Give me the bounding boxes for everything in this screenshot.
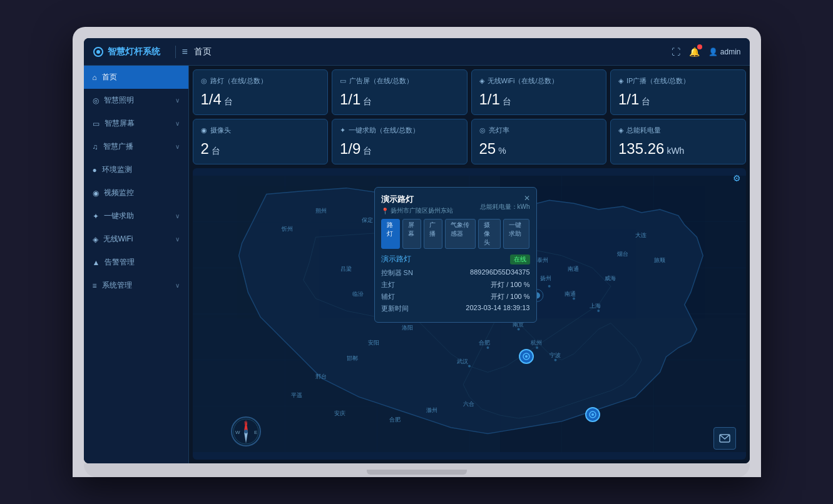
svg-text:合肥: 合肥 — [478, 340, 489, 346]
content-area: ◎ 路灯（在线/总数） 1/4 台 ▭ 广告屏（在线/总数） — [189, 66, 750, 463]
user-icon: 👤 — [708, 48, 718, 56]
sidebar-item-home[interactable]: ⌂ 首页 — [84, 66, 188, 89]
svg-text:邢台: 邢台 — [315, 373, 327, 380]
stat-value-brightness: 25 % — [479, 140, 599, 158]
popup-tab-screen[interactable]: 屏幕 — [402, 219, 421, 249]
sidebar-label-broadcast: 智慧广播 — [103, 141, 133, 152]
svg-text:泰州: 泰州 — [537, 257, 548, 263]
stat-value-sos: 1/9 台 — [340, 140, 459, 158]
page-title: 首页 — [194, 46, 212, 58]
popup-field-sn: 控制器 SN 889296D55D34375 — [381, 268, 530, 278]
popup-close-button[interactable]: ✕ — [480, 194, 530, 203]
sidebar-item-wifi[interactable]: ◈ 无线WiFi ∨ — [84, 228, 188, 251]
svg-text:保定: 保定 — [362, 217, 373, 223]
stat-title-ad-screen: ▭ 广告屏（在线/总数） — [340, 76, 459, 86]
svg-text:忻州: 忻州 — [281, 226, 293, 232]
popup-value-update-time: 2023-03-14 18:39:13 — [466, 304, 529, 313]
popup-location: 📍 扬州市广陵区扬州东站 — [381, 206, 453, 215]
stat-title-sos: ✦ 一键求助（在线/总数） — [340, 126, 459, 135]
stat-title-energy: ◈ 总能耗电量 — [618, 126, 738, 135]
video-icon: ◉ — [93, 189, 99, 198]
stats-row-2: ◉ 摄像头 2 台 ✦ 一键求助（在线/总数） — [189, 119, 750, 168]
notification-button[interactable]: 🔔 — [689, 47, 700, 57]
popup-tab-sos[interactable]: 一键求助 — [503, 219, 529, 249]
popup-value-sn: 889296D55D34375 — [470, 268, 529, 278]
map-settings-button[interactable]: ⚙ — [733, 173, 741, 183]
stat-card-ad-screen: ▭ 广告屏（在线/总数） 1/1 台 — [332, 69, 468, 115]
svg-point-1 — [96, 50, 100, 54]
sidebar: ⌂ 首页 ◎ 智慧照明 ∨ ▭ 智慧屏幕 ∨ — [84, 66, 189, 463]
popup-field-aux-light: 辅灯 开灯 / 100 % — [381, 292, 530, 301]
sidebar-label-env: 环境监测 — [102, 164, 132, 175]
chevron-lighting: ∨ — [175, 97, 180, 104]
popup-energy-label: 总能耗电量：kWh — [480, 203, 530, 211]
popup-tab-sensor[interactable]: 气象传感器 — [445, 219, 476, 249]
svg-text:上海: 上海 — [589, 303, 600, 309]
popup-device-row: 演示路灯 在线 — [381, 254, 530, 265]
lighting-icon: ◎ — [93, 96, 99, 105]
sidebar-label-wifi: 无线WiFi — [103, 234, 133, 244]
sidebar-item-alert[interactable]: ▲ 告警管理 — [84, 251, 188, 274]
map-pin-1[interactable] — [519, 349, 534, 364]
popup-tab-broadcast[interactable]: 广播 — [424, 219, 442, 249]
user-menu[interactable]: 👤 admin — [708, 48, 741, 56]
pin-icon-2 — [588, 410, 597, 419]
popup-tab-camera[interactable]: 摄像头 — [478, 219, 501, 249]
popup-header: 演示路灯 📍 扬州市广陵区扬州东站 ✕ 总能耗电量：kWh — [381, 194, 530, 215]
road-light-icon: ◎ — [201, 77, 207, 85]
sidebar-item-broadcast[interactable]: ♫ 智慧广播 ∨ — [84, 135, 188, 158]
notification-badge — [697, 44, 702, 49]
stat-card-road-light: ◎ 路灯（在线/总数） 1/4 台 — [193, 69, 329, 115]
popup-tab-road-light[interactable]: 路灯 — [381, 219, 400, 249]
svg-text:朔州: 朔州 — [315, 208, 327, 214]
svg-text:滁州: 滁州 — [426, 407, 437, 413]
system-icon: ≡ — [93, 281, 97, 290]
map-background: 石家庄 济南 青岛 郑州 徐州 连云港 盐城 淮安 扬州 南通 上海 — [193, 168, 746, 460]
stats-row-1: ◎ 路灯（在线/总数） 1/4 台 ▭ 广告屏（在线/总数） — [189, 66, 750, 119]
menu-toggle-icon[interactable]: ≡ — [182, 46, 188, 58]
chevron-screen: ∨ — [175, 120, 180, 127]
svg-text:宁波: 宁波 — [549, 352, 560, 358]
brightness-icon: ◎ — [479, 126, 486, 134]
sidebar-item-sos[interactable]: ✦ 一键求助 ∨ — [84, 204, 188, 228]
sidebar-item-lighting[interactable]: ◎ 智慧照明 ∨ — [84, 89, 188, 112]
stat-title-camera: ◉ 摄像头 — [201, 126, 320, 135]
sidebar-item-screen[interactable]: ▭ 智慧屏幕 ∨ — [84, 112, 188, 135]
svg-text:临汾: 临汾 — [352, 291, 364, 297]
app-logo: 智慧灯杆系统 — [93, 46, 160, 58]
svg-text:安阳: 安阳 — [367, 340, 379, 346]
popup-value-aux-light: 开灯 / 100 % — [491, 292, 529, 301]
fullscreen-button[interactable]: ⛶ — [672, 47, 680, 57]
mail-button[interactable] — [713, 427, 736, 450]
env-icon: ● — [93, 166, 97, 174]
svg-text:南通: 南通 — [565, 291, 576, 297]
sidebar-item-env[interactable]: ● 环境监测 — [84, 158, 188, 181]
sidebar-item-system[interactable]: ≡ 系统管理 ∨ — [84, 274, 188, 297]
stat-title-ip-broadcast: ◈ IP广播（在线/总数） — [618, 76, 738, 86]
pin-icon-1 — [522, 352, 531, 361]
svg-text:邯郸: 邯郸 — [346, 355, 357, 361]
svg-text:武汉: 武汉 — [457, 358, 468, 365]
home-icon: ⌂ — [93, 73, 97, 82]
stat-value-wifi: 1/1 台 — [479, 91, 599, 108]
alert-icon: ▲ — [93, 258, 100, 267]
svg-text:E: E — [254, 430, 257, 435]
popup-tabs: 路灯 屏幕 广播 气象传感器 摄像头 一键求助 — [381, 219, 530, 249]
svg-point-22 — [548, 285, 550, 288]
svg-point-25 — [517, 328, 519, 331]
svg-text:六合: 六合 — [463, 401, 474, 407]
sidebar-label-sos: 一键求助 — [104, 211, 134, 221]
stat-value-ip-broadcast: 1/1 台 — [618, 91, 738, 108]
stat-card-brightness: ◎ 亮灯率 25 % — [471, 119, 607, 164]
popup-field-main-light: 主灯 开灯 / 100 % — [381, 280, 530, 290]
sidebar-item-video[interactable]: ◉ 视频监控 — [84, 181, 188, 204]
map-area[interactable]: 石家庄 济南 青岛 郑州 徐州 连云港 盐城 淮安 扬州 南通 上海 — [193, 168, 746, 460]
svg-text:烟台: 烟台 — [616, 251, 628, 257]
svg-text:大连: 大连 — [635, 232, 646, 238]
svg-text:洛阳: 洛阳 — [401, 325, 412, 331]
laptop-notch — [367, 470, 467, 475]
header-right: ⛶ 🔔 👤 admin — [672, 47, 741, 57]
stat-card-ip-broadcast: ◈ IP广播（在线/总数） 1/1 台 — [610, 69, 746, 115]
chevron-wifi: ∨ — [175, 236, 180, 243]
app-title: 智慧灯杆系统 — [108, 46, 160, 58]
